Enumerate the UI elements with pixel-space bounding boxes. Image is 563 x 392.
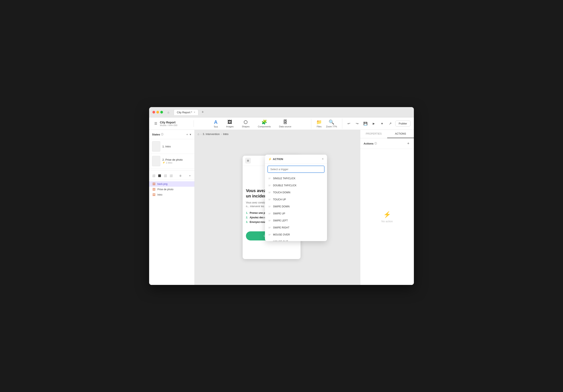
text-icon: A xyxy=(214,119,218,125)
phone-back-button[interactable]: ⊞ xyxy=(245,158,251,164)
state-item-photo[interactable]: 2. Prise de photo ⚡ 1 Intro xyxy=(149,154,194,168)
trigger-swipe-right-label: SWIPE RIGHT xyxy=(273,226,289,229)
add-action-button[interactable]: + xyxy=(406,141,410,146)
datasource-icon: 🗄 xyxy=(283,119,287,125)
layer-tool-1[interactable]: ⬜ xyxy=(151,173,156,178)
right-tabs: PROPERTIES ACTIONS xyxy=(360,130,414,138)
play-options-button[interactable]: ▾ xyxy=(379,120,385,127)
action-lightning-icon: ⚡ xyxy=(268,158,272,161)
save-button[interactable]: 💾 xyxy=(362,120,369,127)
app-title: City Report xyxy=(160,121,178,124)
zoom-tool[interactable]: 🔍 Zoom 77% xyxy=(324,119,339,129)
zoom-icon: 🔍 xyxy=(329,119,334,125)
state-thumb-intro xyxy=(152,141,160,152)
tool-datasource[interactable]: 🗄 Data source xyxy=(277,119,293,129)
states-actions: + ▾ xyxy=(186,132,192,137)
breadcrumb: ⌂ › 3. Intervention › Intro xyxy=(198,132,229,136)
touch-down-icon: ☞ xyxy=(268,191,271,194)
layer-icon-prise: 🖼 xyxy=(152,188,156,191)
share-button[interactable]: ↗ xyxy=(387,120,394,127)
single-tap-icon: ☞ xyxy=(268,177,271,180)
tool-images[interactable]: 🖼 Images xyxy=(224,119,235,129)
layer-item-prise[interactable]: 🖼 Prise de photo xyxy=(149,187,194,192)
trigger-mouse-out[interactable]: ☞ MOUSE OUT xyxy=(265,238,327,241)
trigger-touch-down[interactable]: ☞ TOUCH DOWN xyxy=(265,189,327,196)
undo-button[interactable]: ↩ xyxy=(345,120,352,127)
play-button[interactable]: ▶ xyxy=(371,120,377,127)
trigger-swipe-down[interactable]: ☞ SWIPE DOWN xyxy=(265,203,327,210)
layer-icon-intro-layer: 🖼 xyxy=(152,193,156,196)
states-header: States ⓘ + ▾ xyxy=(149,130,194,139)
trigger-touch-up-label: TOUCH UP xyxy=(273,198,286,201)
layer-options-button[interactable]: ▾ xyxy=(187,173,192,178)
left-sidebar: States ⓘ + ▾ 1. Intro xyxy=(149,130,195,285)
trigger-single-tap[interactable]: ☞ SINGLE TAP/CLICK xyxy=(265,175,327,182)
app-info: City Report Mobile / 844×390 xyxy=(160,121,178,126)
layers-area: 🖼 back.png 🖼 Prise de photo 🖼 Intro xyxy=(149,180,194,285)
state-item-intro[interactable]: 1. Intro xyxy=(149,139,194,154)
states-add-button[interactable]: + xyxy=(186,132,188,137)
menu-button[interactable]: ☰ xyxy=(153,120,159,127)
modal-close-button[interactable]: × xyxy=(322,157,324,161)
no-action-lightning-icon: ⚡ xyxy=(383,211,391,218)
close-traffic-light[interactable] xyxy=(153,111,155,114)
states-title: States ⓘ xyxy=(152,133,163,136)
tool-shapes[interactable]: ⬡ Shapes xyxy=(240,119,251,129)
actions-info-icon: ⓘ xyxy=(374,142,377,145)
trigger-touch-up[interactable]: ☞ TOUCH UP xyxy=(265,196,327,203)
breadcrumb-intervention[interactable]: 3. Intervention xyxy=(203,133,220,136)
layer-tool-2[interactable]: ⬛ xyxy=(157,173,162,178)
trigger-swipe-down-label: SWIPE DOWN xyxy=(273,205,290,208)
canvas-area[interactable]: ⌂ › 3. Intervention › Intro ⊞ 👷 Vous ave… xyxy=(195,130,360,285)
fullscreen-traffic-light[interactable] xyxy=(160,111,163,114)
layer-icon-back: 🖼 xyxy=(152,182,156,186)
breadcrumb-home[interactable]: ⌂ xyxy=(198,132,199,136)
double-tap-icon: ☞ xyxy=(268,184,271,187)
tool-components[interactable]: 🧩 Components xyxy=(256,119,272,129)
components-label: Components xyxy=(258,125,271,128)
trigger-input[interactable] xyxy=(268,166,324,173)
layer-name-prise: Prise de photo xyxy=(157,188,173,191)
tab-actions[interactable]: ACTIONS xyxy=(387,130,414,138)
files-tool[interactable]: 📁 Files xyxy=(315,119,323,129)
actions-header: Actions ⓘ + xyxy=(360,138,414,149)
breadcrumb-intro[interactable]: Intro xyxy=(223,133,229,136)
trigger-mouse-over[interactable]: ☞ MOUSE OVER xyxy=(265,231,327,238)
layers-toolbar: ⬜ ⬛ ⬜ ⬜ 🗑 ▾ xyxy=(149,172,194,180)
tab-properties[interactable]: PROPERTIES xyxy=(360,130,387,138)
modal-title: ⚡ ACTION xyxy=(268,158,283,161)
tab-close-button[interactable]: × xyxy=(194,111,195,114)
layer-delete-button[interactable]: 🗑 xyxy=(178,173,183,178)
mouse-over-icon: ☞ xyxy=(268,233,271,236)
tool-text[interactable]: A Text xyxy=(212,118,219,129)
new-tab-button[interactable]: + xyxy=(202,110,204,114)
trigger-swipe-left-label: SWIPE LEFT xyxy=(273,219,288,222)
states-info-icon: ⓘ xyxy=(161,133,163,136)
text-label: Text xyxy=(214,126,218,128)
state-info-photo: 2. Prise de photo ⚡ 1 Intro xyxy=(162,158,183,164)
states-chevron-button[interactable]: ▾ xyxy=(189,132,192,137)
toolbar-left: ☰ City Report Mobile / 844×390 xyxy=(153,120,194,127)
layer-item-back[interactable]: 🖼 back.png xyxy=(149,181,194,187)
trigger-swipe-up[interactable]: ☞ SWIPE UP xyxy=(265,210,327,217)
trigger-swipe-right[interactable]: ☞ SWIPE RIGHT xyxy=(265,224,327,231)
app-window: ⌂ City Report * × + ☰ City Report Mobile… xyxy=(149,107,414,285)
minimize-traffic-light[interactable] xyxy=(156,111,159,114)
home-button[interactable]: ⌂ xyxy=(166,109,171,115)
layer-name-intro: Intro xyxy=(157,193,162,196)
breadcrumb-sep-2: › xyxy=(221,133,222,136)
layer-item-intro[interactable]: 🖼 Intro xyxy=(149,192,194,197)
layer-tool-4[interactable]: ⬜ xyxy=(168,173,174,178)
layer-tool-3[interactable]: ⬜ xyxy=(163,173,168,178)
images-icon: 🖼 xyxy=(228,119,232,125)
publish-button[interactable]: Publier xyxy=(395,121,410,126)
active-tab[interactable]: City Report * × xyxy=(174,109,198,115)
no-action-area: ⚡ No action xyxy=(360,149,414,285)
tab-title: City Report * xyxy=(177,111,192,114)
components-icon: 🧩 xyxy=(261,119,267,125)
trigger-swipe-left[interactable]: ☞ SWIPE LEFT xyxy=(265,217,327,224)
trigger-double-tap[interactable]: ☞ DOUBLE TAP/CLICK xyxy=(265,182,327,189)
titlebar: ⌂ City Report * × + xyxy=(149,107,414,117)
app-subtitle: Mobile / 844×390 xyxy=(160,124,178,126)
redo-button[interactable]: ↪ xyxy=(354,120,360,127)
